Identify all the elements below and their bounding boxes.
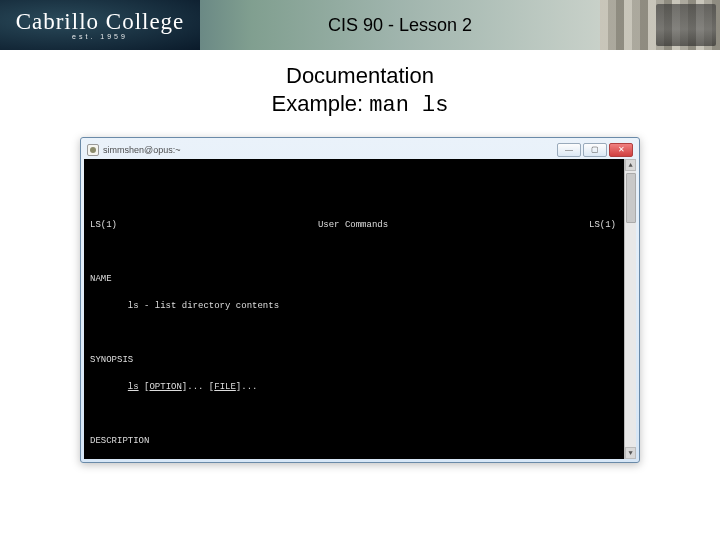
man-header-right: LS(1) <box>589 219 616 233</box>
window-titlebar[interactable]: simmshen@opus:~ — ▢ ✕ <box>84 141 636 159</box>
subtitle-line2: Example: man ls <box>0 90 720 120</box>
slide-header: Cabrillo College est. 1959 CIS 90 - Less… <box>0 0 720 50</box>
window-buttons: — ▢ ✕ <box>557 143 633 157</box>
logo-subtext: est. 1959 <box>72 33 128 40</box>
putty-icon <box>87 144 99 156</box>
man-header-row: LS(1)User CommandsLS(1) <box>90 219 616 233</box>
minimize-button[interactable]: — <box>557 143 581 157</box>
terminal-scrollbar[interactable]: ▲ ▼ <box>624 159 636 459</box>
subtitle-command: man ls <box>369 93 448 118</box>
maximize-button[interactable]: ▢ <box>583 143 607 157</box>
terminal-body[interactable]: ▲ ▼ LS(1)User CommandsLS(1) NAME ls - li… <box>84 159 636 459</box>
window-frame: simmshen@opus:~ — ▢ ✕ ▲ ▼ LS(1)User Comm… <box>80 137 640 463</box>
scroll-thumb[interactable] <box>626 173 636 223</box>
terminal-window: simmshen@opus:~ — ▢ ✕ ▲ ▼ LS(1)User Comm… <box>80 137 640 463</box>
man-section-description: DESCRIPTION <box>90 435 616 449</box>
terminal-content: LS(1)User CommandsLS(1) NAME ls - list d… <box>90 206 630 460</box>
man-section-name: NAME <box>90 273 616 287</box>
scroll-down-button[interactable]: ▼ <box>625 447 636 459</box>
subtitle-line1: Documentation <box>0 62 720 90</box>
man-header-center: User Commands <box>318 219 388 233</box>
college-logo: Cabrillo College est. 1959 <box>0 0 200 50</box>
slide-subtitle: Documentation Example: man ls <box>0 62 720 119</box>
close-button[interactable]: ✕ <box>609 143 633 157</box>
man-header-left: LS(1) <box>90 219 117 233</box>
slide-course-title: CIS 90 - Lesson 2 <box>200 15 720 36</box>
logo-text: Cabrillo College <box>16 10 185 33</box>
man-section-synopsis: SYNOPSIS <box>90 354 616 368</box>
man-synopsis-line: ls [OPTION]... [FILE]... <box>90 381 616 395</box>
man-name-line: ls - list directory contents <box>90 300 616 314</box>
window-title: simmshen@opus:~ <box>103 145 557 155</box>
scroll-up-button[interactable]: ▲ <box>625 159 636 171</box>
